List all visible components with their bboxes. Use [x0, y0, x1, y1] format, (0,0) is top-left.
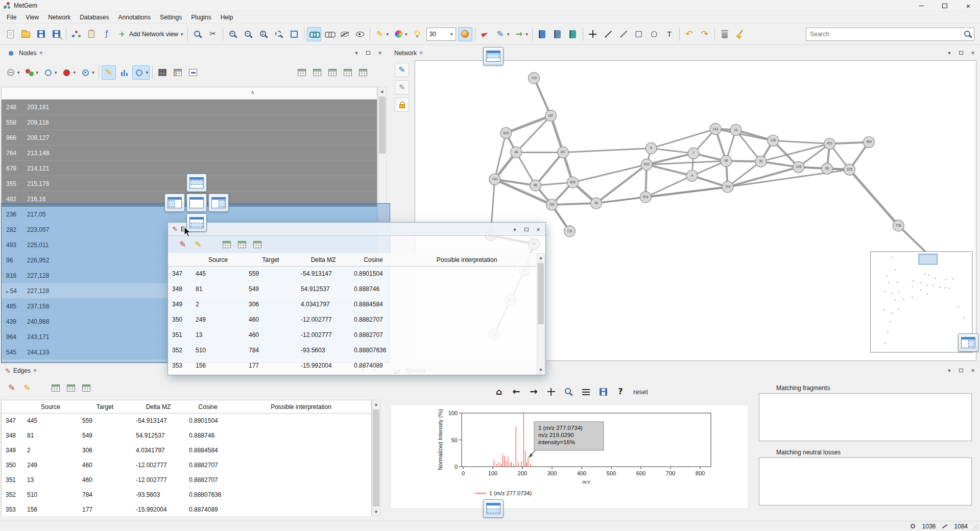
zoom-to-selection-button[interactable]	[272, 27, 286, 41]
edges-table-row[interactable]: 347445559-54.9131470.8901504	[2, 414, 371, 428]
highlight-tool-button[interactable]: ✎▾	[373, 27, 391, 41]
edges-table-row[interactable]: 350249460-12.0027770.8882707	[168, 312, 537, 328]
clear-mapping-button[interactable]: ▾	[4, 65, 21, 80]
table-view-button-2[interactable]	[64, 381, 78, 395]
maximize-button[interactable]	[933, 0, 957, 11]
network-float-button[interactable]	[945, 49, 953, 57]
spectra-float-button[interactable]	[945, 366, 953, 374]
floating-edges-window[interactable]: Edges ✎✎ SourceTargetDelta MZCosinePossi…	[168, 222, 546, 375]
highlight-nodes-button[interactable]: ✎	[5, 381, 19, 395]
tab-network[interactable]: Network	[391, 47, 426, 59]
floating-scrollbar[interactable]	[537, 253, 545, 374]
pixmap-mapping-button[interactable]: ▾	[78, 65, 96, 80]
resize-grip[interactable]	[971, 523, 978, 530]
zoom-reset-button[interactable]: 1	[256, 27, 271, 41]
edges-table-row[interactable]: 350249460-12.0027770.8882707	[2, 458, 371, 473]
show-all-columns-button[interactable]	[155, 65, 170, 80]
edges-table-row[interactable]: 353156177-15.9920040.8874089	[168, 358, 537, 374]
table-view-button-3[interactable]	[79, 381, 93, 395]
pivot-view-button[interactable]	[171, 65, 185, 80]
edges-table-row[interactable]: 3488154954.9125370.888746	[168, 282, 537, 297]
size-mapping-button[interactable]: ▾	[41, 65, 59, 80]
find-button[interactable]	[190, 27, 205, 41]
dock-center-indicator[interactable]	[186, 194, 207, 212]
nodes-table-row[interactable]: 248203,181	[2, 100, 377, 115]
help-button[interactable]: ?	[613, 384, 628, 399]
process-file-button[interactable]	[69, 27, 83, 41]
floating-float-button[interactable]	[511, 225, 519, 233]
floating-maximize-button[interactable]	[522, 225, 531, 233]
network-maximize-button[interactable]	[957, 49, 965, 57]
forward-view-button[interactable]: →	[527, 384, 541, 399]
network-close-button[interactable]	[969, 49, 977, 57]
export-image-button[interactable]: →▾	[512, 27, 530, 41]
nodes-table-row[interactable]: 558209,118	[2, 115, 377, 130]
zoom-out-button[interactable]: −	[241, 27, 255, 41]
pan-tool-button[interactable]	[544, 384, 558, 399]
add-network-view-button[interactable]: +Add Network view▾	[115, 27, 185, 41]
column-header[interactable]: Delta MZ	[132, 400, 185, 413]
color-mapping-button[interactable]: ▾	[22, 65, 40, 80]
table-view-button-4[interactable]	[341, 65, 355, 80]
dock-right-edge-indicator[interactable]	[958, 333, 978, 352]
tab-edges[interactable]: Edges	[2, 365, 40, 376]
link-selection-button[interactable]: ▾	[132, 65, 150, 80]
edges-table-row[interactable]: 352510784-93.56030.88807636	[168, 343, 537, 358]
scroll-down-icon[interactable]	[372, 508, 380, 516]
pie-mapping-button[interactable]: ▾	[60, 65, 78, 80]
close-button[interactable]	[957, 0, 980, 11]
color-by-column-button[interactable]: ▾	[391, 27, 409, 41]
matching-fragments-box[interactable]	[759, 393, 972, 441]
dock-top-edge-indicator[interactable]	[483, 47, 504, 65]
menu-databases[interactable]: Databases	[75, 12, 113, 22]
menu-plugins[interactable]: Plugins	[186, 12, 216, 22]
link-views-button[interactable]	[307, 27, 321, 41]
matching-neutral-losses-box[interactable]	[759, 457, 972, 505]
save-figure-button[interactable]	[596, 384, 610, 399]
menu-help[interactable]: Help	[216, 12, 238, 22]
tab-nodes-close-icon[interactable]	[39, 50, 43, 57]
hide-selection-button[interactable]	[338, 27, 352, 41]
scroll-thumb[interactable]	[538, 263, 544, 324]
menu-settings[interactable]: Settings	[155, 12, 186, 22]
view-metadata-button[interactable]	[566, 27, 580, 41]
unlink-views-button[interactable]	[322, 27, 337, 41]
column-header[interactable]: Target	[78, 400, 132, 413]
scroll-thumb[interactable]	[379, 96, 386, 154]
table-view-button-2[interactable]	[310, 65, 324, 80]
table-view-button-1[interactable]	[220, 237, 234, 252]
dock-right-indicator[interactable]	[208, 194, 229, 212]
floating-close-button[interactable]	[534, 225, 542, 233]
minimap[interactable]	[870, 252, 972, 352]
rectangle-tool-button[interactable]: □	[632, 27, 646, 41]
highlight-edges-button[interactable]: ✎	[191, 237, 205, 252]
ellipse-tool-button[interactable]: ○	[647, 27, 661, 41]
nodes-close-button[interactable]	[376, 49, 384, 57]
column-header[interactable]: Cosine	[350, 253, 397, 266]
view-databases-button[interactable]	[535, 27, 549, 41]
minimap-viewport[interactable]	[919, 254, 937, 264]
table-view-button-2[interactable]	[235, 237, 249, 252]
nodes-table-header[interactable]	[2, 87, 377, 100]
hide-columns-button[interactable]	[186, 65, 200, 80]
column-header[interactable]: Delta MZ	[297, 253, 350, 266]
fit-in-view-button[interactable]	[287, 27, 301, 41]
column-header[interactable]: Possible interpretation	[231, 400, 371, 413]
tab-network-close-icon[interactable]	[419, 50, 423, 57]
edges-table-row[interactable]: 34923064.03417970.8884584	[168, 297, 537, 312]
column-header[interactable]: Source	[192, 253, 245, 266]
nodes-table-row[interactable]: 966209,127	[2, 130, 377, 146]
save-project-as-button[interactable]: ✎	[49, 27, 63, 41]
column-header[interactable]: Cosine	[185, 400, 231, 413]
edges-scrollbar[interactable]	[372, 400, 380, 516]
new-project-button[interactable]	[3, 27, 17, 41]
import-metadata-button[interactable]	[84, 27, 99, 41]
table-view-button-1[interactable]	[49, 381, 63, 395]
edges-table-row[interactable]: 353156177-15.9920040.8874089	[2, 502, 371, 516]
show-all-button[interactable]	[353, 27, 367, 41]
edges-table-row[interactable]: 347445559-54.9131470.8901504	[168, 267, 537, 282]
edges-table-row[interactable]: 3488154954.9125370.888746	[2, 428, 371, 443]
lock-layout-button[interactable]	[395, 98, 409, 112]
delete-edges-button[interactable]: ✂	[206, 27, 220, 41]
line-tool-button[interactable]	[601, 27, 615, 41]
